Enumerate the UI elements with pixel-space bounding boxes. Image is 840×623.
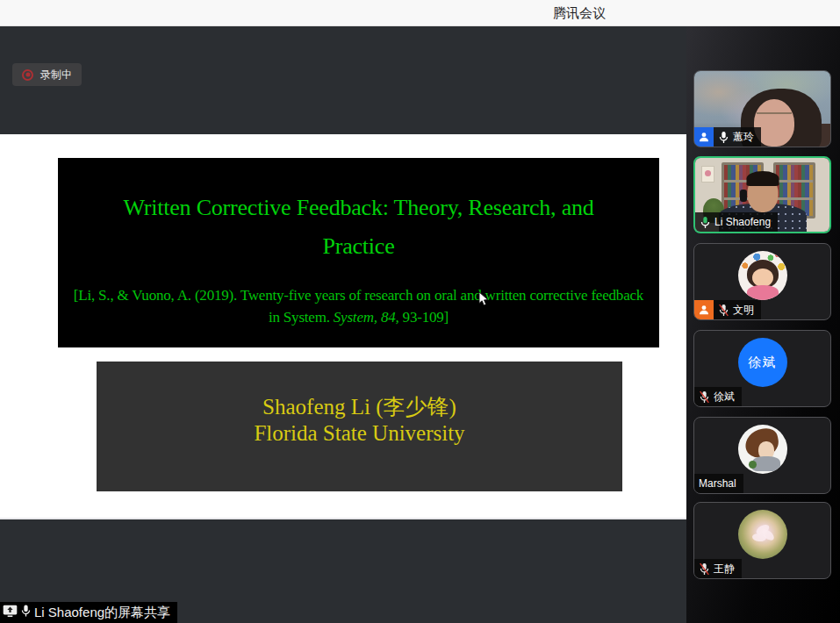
slide-title: Written Corrective Feedback: Theory, Res… <box>96 189 622 266</box>
screen-share-banner-label: Li Shaofeng的屏幕共享 <box>34 605 170 621</box>
slide-author-affiliation: Florida State University <box>97 420 622 447</box>
participant-name: 蕙玲 <box>733 130 754 145</box>
citation-text-italic: System, 84, <box>334 309 399 326</box>
recording-indicator[interactable]: 录制中 <box>12 63 82 86</box>
participant-tile-xubin[interactable]: 徐斌 徐斌 <box>693 330 831 407</box>
participant-namebar: 徐斌 <box>694 387 742 406</box>
participant-tile-huiling[interactable]: 蕙玲 <box>693 70 831 147</box>
participant-namebar: 蕙玲 <box>694 127 761 147</box>
mic-on-icon <box>718 131 729 144</box>
slide-author-name: Shaofeng Li (李少锋) <box>97 394 622 420</box>
person-badge-icon <box>694 300 714 319</box>
participant-namebar: Marshal <box>694 474 743 493</box>
citation-text-post: 93-109] <box>399 309 449 326</box>
participant-name: Li Shaofeng <box>714 216 771 228</box>
window-titlebar: 腾讯会议 <box>0 0 840 26</box>
avatar: 徐斌 <box>738 338 787 387</box>
mic-icon <box>20 604 32 621</box>
participant-name: 徐斌 <box>714 390 735 405</box>
screen-share-banner: Li Shaofeng的屏幕共享 <box>0 602 177 623</box>
mic-muted-icon <box>699 562 710 576</box>
person-badge-icon <box>694 127 714 147</box>
record-dot-icon <box>22 69 33 81</box>
mic-muted-icon <box>718 304 729 317</box>
slide-citation: [Li, S., & Vuono, A. (2019). Twenty-five… <box>74 284 644 328</box>
window-title: 腾讯会议 <box>553 4 606 21</box>
avatar <box>738 251 787 300</box>
participant-namebar: 文明 <box>694 300 761 319</box>
screen-share-icon <box>3 605 18 621</box>
participant-tile-li-shaofeng[interactable]: Li Shaofeng <box>693 156 831 233</box>
participant-tile-marshal[interactable]: Marshal <box>693 417 831 494</box>
participants-sidebar: 蕙玲 Li Shaofeng <box>686 26 840 623</box>
participant-tile-wangjing[interactable]: 王静 <box>693 502 831 579</box>
cursor-icon <box>478 291 489 311</box>
participant-namebar: Li Shaofeng <box>695 212 778 232</box>
participant-name: 文明 <box>733 303 754 318</box>
avatar <box>738 425 787 474</box>
tencent-meeting-window: 腾讯会议 录制中 Written Corrective Feedback: Th… <box>0 0 840 623</box>
participant-name: 王静 <box>714 562 735 576</box>
mic-speaking-icon <box>700 216 711 229</box>
recording-label: 录制中 <box>40 68 72 82</box>
slide-author-block: Shaofeng Li (李少锋) Florida State Universi… <box>97 362 622 491</box>
shared-screen-content: Written Corrective Feedback: Theory, Res… <box>0 134 686 518</box>
slide-title-block: Written Corrective Feedback: Theory, Res… <box>58 158 659 347</box>
participant-name: Marshal <box>699 477 736 490</box>
screen-share-stage: 录制中 Written Corrective Feedback: Theory,… <box>0 26 686 623</box>
participant-namebar: 王静 <box>694 559 742 578</box>
mic-muted-icon <box>699 390 710 404</box>
participant-tile-wenming[interactable]: 文明 <box>693 243 831 320</box>
avatar <box>738 510 787 559</box>
